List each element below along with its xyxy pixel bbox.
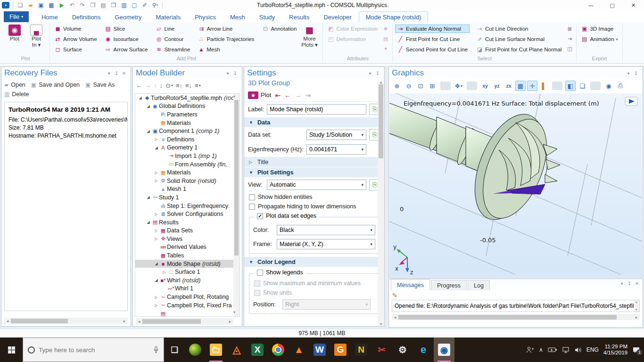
app-green-ball[interactable]: [185, 337, 206, 362]
second-point-cut-line-button[interactable]: ╱ Second Point for Cut Line: [395, 45, 470, 54]
panel-menu-icon[interactable]: ▾: [625, 71, 632, 76]
tree-item-derived-values[interactable]: 8.85 Derived Values: [135, 243, 239, 252]
close-icon[interactable]: ✕: [633, 281, 641, 286]
tab-results[interactable]: Results: [282, 11, 316, 22]
tab-geometry[interactable]: Geometry: [107, 11, 149, 22]
tree-expander[interactable]: ▷: [153, 137, 159, 141]
tree-item-import-1[interactable]: ⇥ Import 1 (imp 1): [135, 152, 239, 160]
tree-item-definitions[interactable]: ▷ ≡ Definitions: [135, 135, 239, 144]
show-hidden-entities-checkbox[interactable]: [249, 194, 255, 200]
tree-expander[interactable]: ▷: [153, 171, 159, 175]
tree-expander[interactable]: ◢: [145, 129, 151, 133]
grid-icon[interactable]: ▦: [515, 81, 526, 91]
cut-line-direction-button[interactable]: ⇢ Cut Line Direction: [474, 25, 563, 33]
tree-item-partial[interactable]: ▤: [135, 309, 239, 317]
network-icon[interactable]: [562, 347, 570, 353]
add-plot-mesh-button[interactable]: ▲ Mesh: [196, 45, 256, 54]
tree-item-solid-rotor[interactable]: ▷ ⚙ Solid Rotor (rotsld): [135, 177, 239, 185]
add-plot-volume-button[interactable]: ◼ Volume: [52, 25, 99, 33]
microphone-icon[interactable]: [153, 346, 159, 354]
tree-item-root[interactable]: ◢ ◆ TurboRotor54_stepfile.mph (roo: [135, 94, 239, 102]
tree-expander[interactable]: ▷: [153, 237, 159, 241]
tree-item-whirl-1[interactable]: ∾* Whirl 1: [135, 285, 239, 293]
tree-item-mesh-1[interactable]: ▲ Mesh 1: [135, 185, 239, 194]
tree-item-global-definitions[interactable]: ◢ ◉ Global Definitions: [135, 102, 239, 111]
tree-expander[interactable]: ▷: [153, 229, 159, 233]
file-explorer[interactable]: 🗀: [206, 337, 226, 362]
tree-expander[interactable]: ▷: [153, 212, 159, 216]
qat-divider[interactable]: [13, 2, 13, 8]
move-down-icon[interactable]: ↓: [160, 82, 163, 89]
gfx-divider[interactable]: [467, 82, 477, 90]
pin-icon[interactable]: ↧: [374, 71, 381, 76]
view-xy-icon[interactable]: xy: [480, 81, 490, 91]
tree-item-step-1-eigenfrequency[interactable]: ılı Step 1: Eigenfrequency: [135, 202, 239, 210]
add-plot-annotation-button[interactable]: ⊡ Annotation: [260, 25, 298, 33]
add-plot-arrow-surface-button[interactable]: ⇨ Arrow Surface: [103, 45, 150, 54]
matlab[interactable]: ◬: [226, 337, 247, 362]
start-button[interactable]: [0, 337, 23, 362]
tree-item-materials[interactable]: ▷ ▦ Materials: [135, 168, 239, 177]
attributes-mini-3-button[interactable]: ✦: [381, 44, 390, 53]
tree-item-component-1[interactable]: ◢ ▣ Component 1 (comp 1): [135, 127, 239, 135]
tree-item-geometry-1[interactable]: ◢ A Geometry 1: [135, 144, 239, 152]
run-icon[interactable]: ▶: [57, 1, 66, 9]
transparency-icon[interactable]: ◧: [565, 81, 576, 91]
collapse-all-icon[interactable]: ≡↑: [176, 82, 182, 89]
plot-data-set-edges-checkbox[interactable]: ✓: [257, 213, 263, 219]
snipping-tool[interactable]: ✂: [372, 337, 392, 362]
eigenfrequency-dropdown[interactable]: 0.0041671 ▾: [306, 144, 366, 155]
speaker-icon[interactable]: [574, 347, 582, 353]
horizontal-scrollbar[interactable]: ◂▸: [136, 318, 233, 325]
qat-divider[interactable]: [162, 2, 163, 8]
pin-icon[interactable]: ↧: [632, 71, 640, 76]
attributes-mini-1-button[interactable]: ❖: [381, 25, 390, 33]
close-icon[interactable]: ✕: [120, 71, 128, 76]
export-animation-button[interactable]: ▤ Animation ▾: [579, 35, 619, 43]
tree-item-campbell-rotating[interactable]: ▷ ∼ Campbell Plot, Rotating: [135, 293, 239, 301]
section-data[interactable]: ▼ Data: [244, 117, 384, 127]
recovery-open-button[interactable]: ▰Open: [4, 82, 25, 88]
tab-log[interactable]: Log: [468, 280, 490, 290]
select-mini-3-button[interactable]: ◫: [565, 44, 574, 53]
tab-mesh[interactable]: Mesh: [223, 11, 252, 22]
tab-home[interactable]: Home: [34, 11, 65, 22]
tree-expander[interactable]: ▷: [161, 270, 167, 274]
select-box-icon[interactable]: ▢: [130, 1, 139, 9]
comsol-app[interactable]: ◉: [434, 337, 454, 362]
tree-expander[interactable]: ▷: [153, 179, 159, 183]
pdf-app[interactable]: G: [330, 337, 351, 362]
tree-item-surface-1[interactable]: ▷ □ Surface 1: [135, 268, 239, 276]
people-icon[interactable]: [526, 346, 534, 353]
zoom-box-icon[interactable]: ⊡: [415, 81, 426, 91]
clear-messages-icon[interactable]: ✐: [391, 293, 398, 298]
pin-icon[interactable]: ↧: [231, 71, 239, 76]
section-plot-settings[interactable]: ▼ Plot Settings: [244, 167, 384, 177]
add-plot-isosurface-button[interactable]: ◉ Isosurface: [103, 35, 150, 43]
vertical-scrollbar[interactable]: ▴▾: [233, 94, 239, 316]
vlc[interactable]: ▲: [289, 337, 309, 362]
tab-study[interactable]: Study: [252, 11, 282, 22]
tree-item-mode-shape[interactable]: ◢ ■ Mode Shape (rotsld): [135, 260, 239, 268]
evaluate-along-normal-button[interactable]: ⇥ Evaluate Along Normal: [395, 25, 470, 33]
tree-item-campbell-fixed[interactable]: ▷ ∼ Campbell Plot, Fixed Fra: [135, 301, 239, 310]
go-last-icon[interactable]: ⇥: [305, 91, 311, 99]
show-legends-checkbox[interactable]: [257, 270, 263, 276]
add-plot-surface-button[interactable]: ◻ Surface: [52, 45, 99, 54]
task-view-icon[interactable]: ❏: [164, 337, 185, 362]
open-file-icon[interactable]: ▰: [26, 1, 35, 9]
select-mini-1-button[interactable]: ⊠: [565, 25, 574, 33]
snapshot-icon[interactable]: ◉: [603, 81, 614, 91]
edge-color-dropdown[interactable]: Black ▾: [277, 225, 375, 235]
settings-app[interactable]: ⚙: [392, 337, 413, 362]
chevron-up-icon[interactable]: ∧: [539, 346, 543, 353]
clear-selection-icon[interactable]: ✐: [140, 1, 149, 9]
more-plots-button[interactable]: ◼ More Plots ▾: [298, 24, 320, 48]
tree-item-data-sets[interactable]: ▷ ▦ Data Sets: [135, 227, 239, 235]
recovery-save-as-button[interactable]: ▣Save As: [85, 82, 115, 88]
vertical-scrollbar[interactable]: ▴▾: [634, 300, 639, 312]
close-button[interactable]: ✕: [623, 0, 644, 10]
comsol-logo-icon[interactable]: ◖: [2, 2, 9, 8]
tree-item-form-assembly[interactable]: ▭ Form Assembly (fin,: [135, 160, 239, 169]
tree-item-solver-configurations[interactable]: ▷ ≣ Solver Configurations: [135, 210, 239, 218]
